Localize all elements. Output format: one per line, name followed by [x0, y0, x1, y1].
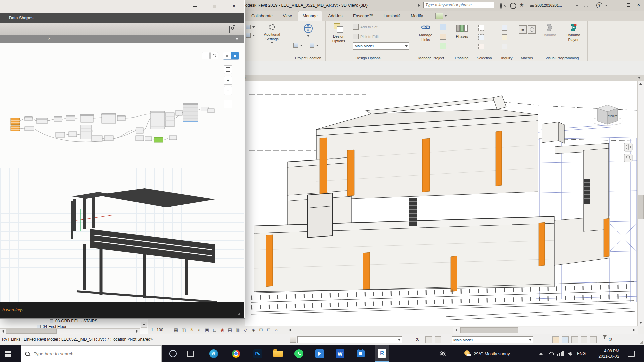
view-bar-collapse-icon[interactable]	[289, 329, 291, 331]
weather-widget[interactable]: 29°C Mostly sunny	[464, 345, 510, 362]
panel-label-design-options[interactable]: Design Options	[325, 56, 411, 60]
manage-images-icon[interactable]	[440, 24, 446, 30]
dynamo-resize-grip[interactable]	[237, 312, 240, 315]
people-icon[interactable]	[435, 345, 450, 362]
active-design-option-select[interactable]: Main Model	[452, 336, 533, 343]
temporary-view-properties-icon[interactable]: ◈	[250, 327, 257, 333]
zoom-out-button[interactable]: −	[224, 86, 232, 95]
infocenter-expand-icon[interactable]	[418, 4, 420, 7]
additional-settings-button[interactable]: Additional Settings	[255, 23, 289, 43]
camera-export-icon[interactable]	[229, 26, 230, 33]
scroll-left-icon[interactable]	[453, 327, 459, 333]
help-icon[interactable]: ?	[596, 2, 602, 8]
settings-mini-button-1[interactable]	[246, 25, 255, 29]
clock[interactable]: 4:08 PM 2021-10-02	[590, 348, 619, 359]
panel-label-visual-programming[interactable]: Visual Programming	[537, 56, 587, 60]
detail-level-icon[interactable]: ▦	[173, 327, 179, 333]
home-view-icon[interactable]: ⌂	[273, 327, 280, 333]
movies-icon[interactable]	[312, 345, 327, 362]
scroll-down-icon[interactable]	[638, 320, 643, 326]
measure-button[interactable]	[502, 44, 507, 49]
view-scale-label[interactable]: 1 : 100	[151, 328, 163, 333]
favorites-star-icon[interactable]: ★	[519, 2, 524, 8]
macro-security-button[interactable]	[528, 25, 536, 34]
decal-types-icon[interactable]	[440, 34, 446, 40]
dynamo-close-button[interactable]: ×	[229, 2, 239, 11]
press-drag-toggle[interactable]	[571, 336, 578, 343]
viewcube-face-label[interactable]: RIGHT	[608, 115, 618, 118]
3d-view-canvas[interactable]: RIGHT	[245, 81, 637, 326]
cortana-icon[interactable]	[166, 345, 180, 362]
phases-button[interactable]: Phases	[454, 23, 469, 38]
position-mini-button[interactable]	[310, 43, 319, 48]
node-graph[interactable]	[11, 103, 214, 142]
add-to-set-button[interactable]: Add to Set	[353, 24, 377, 30]
start-button[interactable]	[0, 345, 16, 362]
coordinates-mini-button[interactable]	[293, 43, 303, 48]
select-underlay-toggle[interactable]	[590, 336, 597, 343]
canvas-horizontal-scrollbar[interactable]	[453, 327, 638, 334]
onedrive-cloud-icon[interactable]	[547, 345, 555, 362]
photoshop-icon[interactable]: Ps	[250, 345, 265, 362]
scroll-left-icon[interactable]	[0, 329, 5, 333]
pan-button[interactable]	[224, 100, 232, 108]
sun-path-icon[interactable]: ☀	[188, 327, 195, 333]
tab-view[interactable]: View	[278, 11, 296, 21]
zoom-in-button[interactable]: +	[224, 76, 232, 85]
subbar-close-icon[interactable]: ×	[48, 36, 51, 41]
warnings-label[interactable]: h warnings.	[2, 307, 24, 312]
lock-view-icon[interactable]: ◉	[219, 327, 226, 333]
scroll-up-icon[interactable]	[638, 81, 643, 87]
panel-label-project-location[interactable]: Project Location	[291, 56, 325, 60]
close-button[interactable]: ×	[634, 1, 644, 9]
navigation-bar[interactable]	[624, 143, 632, 162]
viewcube[interactable]: RIGHT	[592, 105, 623, 125]
browser-scroll-thumb[interactable]	[6, 329, 57, 334]
manage-links-button[interactable]: Manage Links	[415, 23, 436, 42]
dynamo-player-button[interactable]: Dynamo Player	[562, 23, 585, 42]
hidden-icons-chevron[interactable]	[537, 345, 545, 362]
worksets-icon[interactable]	[290, 337, 296, 343]
tab-modify[interactable]: Modify	[406, 11, 427, 21]
panel-label-manage-project[interactable]: Manage Project	[411, 56, 452, 60]
hide-isolate-icon[interactable]: ▤	[227, 327, 233, 333]
edit-linked-toggle[interactable]	[562, 336, 569, 343]
revit-icon[interactable]: R	[375, 345, 389, 362]
tab-lumion[interactable]: Lumion®	[379, 11, 405, 21]
exclude-options-toggle[interactable]	[552, 336, 559, 343]
analytical-model-icon[interactable]: ⊞	[258, 327, 264, 333]
task-view-icon[interactable]	[183, 345, 198, 362]
constraints-icon[interactable]: ⊟	[265, 327, 272, 333]
notification-center-icon[interactable]	[625, 345, 638, 362]
browser-scroll-down-icon[interactable]	[141, 322, 147, 328]
minimize-button[interactable]	[613, 1, 623, 9]
save-selection-button[interactable]	[478, 25, 484, 31]
language-indicator[interactable]: ENG	[575, 345, 588, 362]
workspace-chevron-icon[interactable]	[444, 15, 447, 17]
crop-view-icon[interactable]: ▣	[204, 327, 210, 333]
show-crop-region-icon[interactable]: ◻	[211, 327, 218, 333]
taskbar-search-input[interactable]	[33, 351, 148, 357]
vertical-scroll-thumb[interactable]	[638, 195, 644, 219]
horizontal-scroll-thumb[interactable]	[460, 327, 518, 333]
browser-item-grd-ffl-stairs[interactable]: 03-GRD F.F.L - STAIRS	[50, 319, 97, 323]
chrome-icon[interactable]	[229, 345, 244, 362]
starting-view-icon[interactable]	[440, 43, 446, 49]
dynamo-minimize-button[interactable]	[190, 2, 200, 11]
design-option-select[interactable]: Main Model	[353, 42, 409, 50]
whatsapp-icon[interactable]	[291, 345, 306, 362]
dynamo-maximize-button[interactable]	[209, 2, 219, 11]
macro-manager-button[interactable]: ≡	[519, 25, 527, 34]
dynamo-canvas[interactable]: + −	[0, 43, 244, 302]
workspace-icon[interactable]	[435, 13, 443, 19]
tab-collaborate[interactable]: Collaborate	[247, 11, 277, 21]
user-menu-chevron-icon[interactable]	[576, 5, 578, 6]
gray-inactive-toggle[interactable]	[435, 336, 441, 343]
resize-grip[interactable]	[639, 341, 643, 344]
warnings-button[interactable]	[502, 34, 507, 40]
store-icon[interactable]	[353, 345, 368, 362]
username-label[interactable]: 20812016201...	[535, 3, 562, 7]
location-button[interactable]	[304, 23, 313, 37]
load-selection-button[interactable]	[478, 34, 484, 40]
active-workset-select[interactable]	[297, 336, 402, 343]
